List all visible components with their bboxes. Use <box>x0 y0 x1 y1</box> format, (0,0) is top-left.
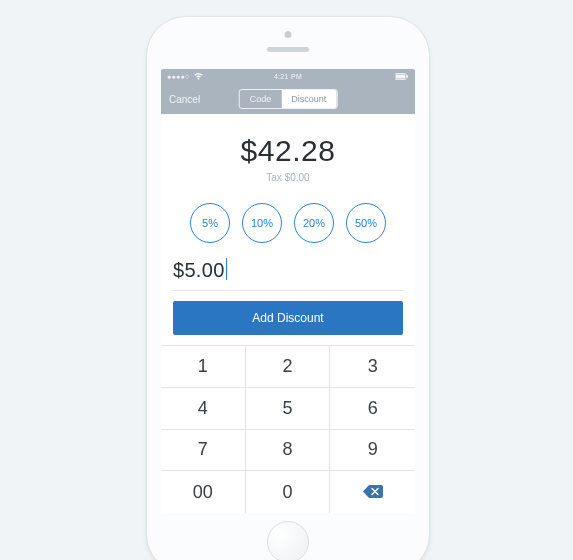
wifi-icon <box>194 73 203 81</box>
code-discount-segmented: Code Discount <box>239 89 338 109</box>
svg-rect-1 <box>396 74 405 78</box>
key-7[interactable]: 7 <box>161 430 246 472</box>
segment-code[interactable]: Code <box>240 90 282 108</box>
text-caret <box>226 258 227 280</box>
phone-camera-dot <box>285 31 292 38</box>
preset-5pct[interactable]: 5% <box>190 203 230 243</box>
key-2[interactable]: 2 <box>246 346 331 388</box>
key-3[interactable]: 3 <box>330 346 415 388</box>
svg-rect-2 <box>407 75 408 78</box>
home-button[interactable] <box>267 521 309 560</box>
tax-label: Tax $0.00 <box>161 172 415 183</box>
nav-bar: Cancel Code Discount <box>161 84 415 114</box>
amount-block: $42.28 Tax $0.00 <box>161 114 415 195</box>
discount-amount-field[interactable]: $5.00 <box>161 257 415 290</box>
signal-dots-icon: ●●●●○ <box>167 73 190 80</box>
phone-frame: ●●●●○ 4:21 PM Cancel Code Discount $42.2… <box>146 16 430 560</box>
key-8[interactable]: 8 <box>246 430 331 472</box>
key-00[interactable]: 00 <box>161 471 246 513</box>
numeric-keypad: 1 2 3 4 5 6 7 8 9 00 0 <box>161 345 415 513</box>
cancel-button[interactable]: Cancel <box>169 94 200 105</box>
backspace-icon <box>363 482 383 503</box>
key-0[interactable]: 0 <box>246 471 331 513</box>
preset-10pct[interactable]: 10% <box>242 203 282 243</box>
key-1[interactable]: 1 <box>161 346 246 388</box>
divider <box>173 290 403 291</box>
phone-speaker <box>267 47 309 52</box>
preset-20pct[interactable]: 20% <box>294 203 334 243</box>
key-9[interactable]: 9 <box>330 430 415 472</box>
order-total: $42.28 <box>161 134 415 168</box>
preset-50pct[interactable]: 50% <box>346 203 386 243</box>
key-4[interactable]: 4 <box>161 388 246 430</box>
add-discount-button[interactable]: Add Discount <box>173 301 403 335</box>
battery-icon <box>395 73 409 81</box>
status-bar: ●●●●○ 4:21 PM <box>161 69 415 84</box>
key-backspace[interactable] <box>330 471 415 513</box>
screen: ●●●●○ 4:21 PM Cancel Code Discount $42.2… <box>161 69 415 513</box>
key-6[interactable]: 6 <box>330 388 415 430</box>
percent-presets: 5% 10% 20% 50% <box>161 195 415 257</box>
discount-amount-value: $5.00 <box>173 257 225 290</box>
key-5[interactable]: 5 <box>246 388 331 430</box>
segment-discount[interactable]: Discount <box>281 90 336 108</box>
